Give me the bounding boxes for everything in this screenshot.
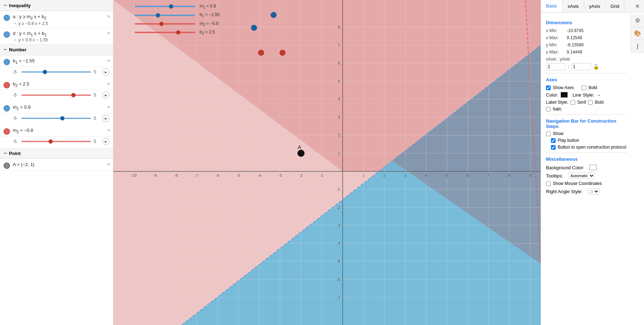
svg-text:-4: -4 (337, 241, 340, 246)
ts-b2-row: b2 = 2.5 (135, 30, 220, 35)
item-m1-content: m1 = 0.9 (13, 104, 109, 111)
tooltips-row: Tooltips: Automatic On Off (546, 172, 627, 179)
gear-icon-btn[interactable]: ⚙ (631, 14, 644, 27)
close-b2-btn[interactable]: × (107, 81, 110, 86)
ts-m1-row: m1 = 0.9 (135, 4, 220, 9)
show-axes-row: Show Axes Bold (546, 85, 627, 90)
m2-min-label: -5 (13, 139, 19, 144)
svg-text:6: 6 (467, 173, 469, 177)
ts-b1-label: b1 = −1.55 (200, 12, 220, 18)
ratio-colon: : (568, 64, 569, 69)
m1-slider-container[interactable] (21, 115, 91, 121)
svg-text:-1: -1 (320, 173, 324, 177)
item-m2-label: m2 = −0.8 (13, 128, 109, 134)
play-button-checkbox[interactable] (551, 138, 556, 143)
item-A-row: A = (−2, 1) × (0, 159, 113, 171)
ts-b2-thumb[interactable] (176, 30, 180, 35)
ts-b1-thumb[interactable] (156, 13, 160, 17)
graph-svg[interactable]: -10 -9 -8 -7 -6 -5 -4 -3 -2 -1 1 2 3 4 5… (113, 0, 541, 325)
ts-b1-row: b1 = −1.55 (135, 12, 220, 18)
item-m1-label: m1 = 0.9 (13, 104, 109, 111)
b2-thumb[interactable] (71, 93, 76, 97)
point-label: Point (9, 151, 21, 156)
close-a-btn[interactable]: × (107, 14, 110, 19)
ratio-y-input[interactable] (571, 63, 591, 70)
close-m1-btn[interactable]: × (107, 104, 110, 109)
number-label: Number (9, 47, 26, 52)
tab-yaxis[interactable]: yAxis (584, 1, 606, 12)
m1-control-point[interactable] (271, 12, 277, 18)
m2-slider-container[interactable] (21, 139, 91, 144)
top-sliders-overlay: m1 = 0.9 b1 = −1.55 m2 = −0.8 b2 = 2.5 (135, 4, 220, 36)
close-A-btn[interactable]: × (107, 162, 110, 167)
b1-slider-container[interactable] (21, 69, 91, 75)
m2-play-btn[interactable]: ▶ (102, 138, 109, 145)
point-section-header[interactable]: − Point (0, 148, 113, 159)
show-axes-label: Show Axes (553, 85, 574, 90)
lock-icon[interactable]: 🔓 (593, 64, 599, 69)
close-d-btn[interactable]: × (107, 31, 110, 36)
ratio-x-input[interactable] (546, 63, 566, 70)
xmax-label: x Max: (546, 35, 564, 40)
ts-m2-row: m2 = −0.8 (135, 21, 220, 27)
m1-track (21, 118, 91, 119)
right-angle-label: Right Angle Style: (546, 189, 583, 194)
svg-text:3: 3 (338, 115, 340, 119)
label-style-row: Label Style: Serif Bold (546, 100, 627, 105)
point-A[interactable] (298, 150, 305, 157)
open-protocol-checkbox[interactable] (551, 145, 556, 150)
serif-checkbox[interactable] (571, 100, 575, 105)
b1-control-point[interactable] (251, 25, 257, 31)
b1-track (21, 72, 91, 73)
item-m1-row: m1 = 0.9 × (0, 102, 113, 113)
inequality-collapse[interactable]: − (4, 2, 7, 9)
inequality-section-header[interactable]: − Inequality (0, 0, 113, 11)
b2-slider-row: -5 5 ▶ (0, 90, 113, 102)
right-angle-select[interactable]: □ (588, 188, 599, 195)
canvas-area[interactable]: m1 = 0.9 b1 = −1.55 m2 = −0.8 b2 = 2.5 (113, 0, 541, 325)
b1-play-btn[interactable]: ▶ (102, 68, 109, 76)
svg-text:-1: -1 (337, 187, 340, 191)
close-b1-btn[interactable]: × (107, 58, 110, 63)
tab-xaxis[interactable]: xAxis (563, 1, 584, 12)
ts-b2-label: b2 = 2.5 (200, 30, 215, 35)
mouse-coords-checkbox[interactable] (546, 181, 551, 186)
m1-thumb[interactable] (60, 116, 65, 120)
b2-slider-container[interactable] (21, 92, 91, 98)
tab-basic[interactable]: Basic (541, 0, 563, 12)
dot-A (4, 162, 10, 169)
b2-control-point[interactable] (280, 50, 285, 56)
b2-min-label: -5 (13, 93, 19, 98)
tab-grid[interactable]: Grid (606, 1, 625, 12)
close-m2-btn[interactable]: × (107, 128, 110, 133)
bg-color-swatch[interactable] (589, 165, 597, 170)
function-icon-btn[interactable]: ∫ (631, 40, 644, 53)
play-button-row: Play button (551, 138, 627, 143)
axes-color-swatch[interactable] (561, 92, 568, 98)
palette-icon-btn[interactable]: 🎨 (631, 27, 644, 40)
item-A-content: A = (−2, 1) (13, 162, 109, 167)
point-collapse[interactable]: − (4, 150, 7, 156)
bold-axes-checkbox[interactable] (582, 86, 586, 90)
svg-text:-3: -3 (278, 173, 282, 177)
item-d-label: d : y < m1 x + b1 (13, 31, 109, 37)
svg-text:1: 1 (362, 173, 365, 177)
m2-thumb[interactable] (48, 139, 53, 144)
svg-text:1: 1 (338, 151, 340, 155)
tooltips-select[interactable]: Automatic On Off (568, 172, 595, 179)
ts-m2-thumb[interactable] (159, 22, 164, 26)
bold-label-checkbox[interactable] (588, 100, 593, 105)
italic-checkbox[interactable] (546, 107, 551, 112)
b2-play-btn[interactable]: ▶ (102, 92, 109, 99)
show-axes-checkbox[interactable] (546, 86, 551, 90)
m1-play-btn[interactable]: ▶ (102, 115, 109, 122)
number-collapse[interactable]: − (4, 46, 7, 53)
item-m2-content: m2 = −0.8 (13, 128, 109, 134)
number-section-header[interactable]: − Number (0, 44, 113, 55)
m2-control-point[interactable] (258, 50, 264, 56)
ts-m1-thumb[interactable] (169, 4, 173, 9)
right-panel-close[interactable]: ✕ (631, 0, 644, 12)
b1-thumb[interactable] (43, 70, 47, 74)
show-nav-checkbox[interactable] (546, 131, 551, 136)
item-b2-content: b2 = 2.5 (13, 81, 109, 88)
